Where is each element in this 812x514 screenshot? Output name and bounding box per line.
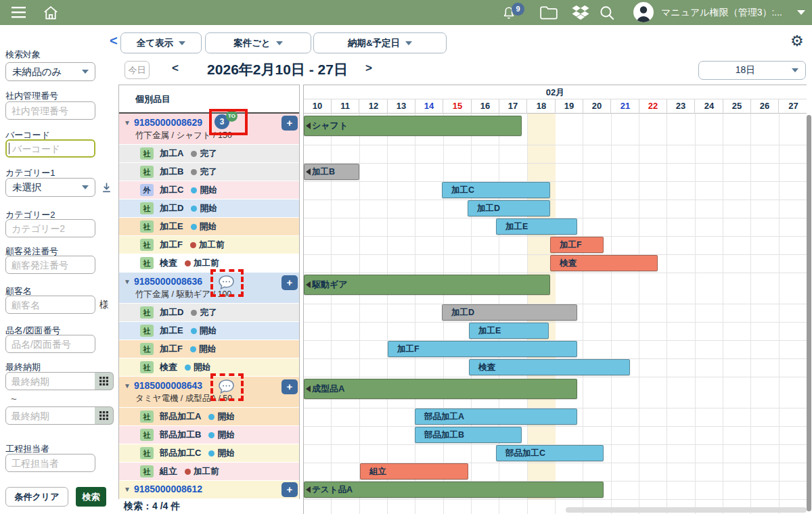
process-row[interactable]: 社 加工F 開始 bbox=[119, 340, 299, 358]
final-due-from-input[interactable] bbox=[5, 372, 95, 390]
process-row[interactable]: 社 加工D 開始 bbox=[119, 200, 299, 218]
process-row[interactable]: 社 組立 加工前 bbox=[119, 463, 299, 481]
settings-gear-icon[interactable]: ⚙ bbox=[790, 32, 804, 50]
process-row[interactable]: 外 加工C 開始 bbox=[119, 181, 299, 200]
day-header[interactable]: 15 bbox=[444, 99, 472, 114]
order-number-link[interactable]: 9185000008636 bbox=[134, 276, 202, 287]
process-row[interactable]: 社 部品加工C 開始 bbox=[119, 444, 299, 463]
order-number-link[interactable]: 9185000008629 bbox=[134, 117, 202, 128]
time-span-dropdown[interactable]: 18日 bbox=[698, 61, 806, 80]
process-row[interactable]: 社 部品加工B 開始 bbox=[119, 426, 299, 444]
day-header[interactable]: 11 bbox=[332, 99, 359, 114]
notification-count-badge[interactable]: 9 bbox=[512, 3, 524, 16]
search-icon[interactable] bbox=[598, 4, 616, 22]
day-header[interactable]: 21 bbox=[612, 99, 639, 114]
day-header[interactable]: 14 bbox=[415, 99, 443, 114]
add-process-button[interactable]: + bbox=[281, 275, 298, 290]
day-header[interactable]: 10 bbox=[304, 99, 332, 114]
process-row[interactable]: 社 加工D 完了 bbox=[119, 304, 299, 322]
customer-order-no-input[interactable] bbox=[5, 256, 95, 274]
home-icon[interactable] bbox=[42, 4, 60, 22]
day-header[interactable]: 19 bbox=[556, 99, 583, 114]
group-header-row[interactable]: ▼ 9185000008612 bbox=[119, 481, 299, 499]
process-row[interactable]: 社 加工E 開始 bbox=[119, 218, 299, 236]
gantt-bar[interactable]: 組立 bbox=[360, 463, 468, 480]
item-name-input[interactable] bbox=[5, 335, 95, 353]
day-header[interactable]: 13 bbox=[388, 99, 415, 114]
process-owner-input[interactable] bbox=[5, 454, 95, 472]
next-period-arrow[interactable]: > bbox=[365, 62, 372, 75]
process-row[interactable]: 社 加工A 完了 bbox=[119, 145, 299, 163]
day-header[interactable]: 24 bbox=[696, 99, 723, 114]
date-mode-dropdown[interactable]: 納期&予定日 bbox=[313, 32, 447, 53]
display-scope-dropdown[interactable]: 全て表示 bbox=[120, 32, 202, 53]
gantt-item-bar[interactable]: 駆動ギア bbox=[304, 275, 550, 295]
group-header-row[interactable]: ▼ 9185000008636 竹下金属 / 駆動ギア / 100 bbox=[119, 273, 299, 304]
export-arrow-icon[interactable] bbox=[101, 182, 112, 193]
gantt-item-bar[interactable]: シャフト bbox=[304, 116, 522, 136]
gantt-bar[interactable]: 検査 bbox=[550, 255, 658, 271]
today-button[interactable]: 今日 bbox=[125, 61, 150, 79]
day-header[interactable]: 27 bbox=[780, 99, 807, 114]
gantt-bar[interactable]: 加工D bbox=[442, 304, 577, 321]
hamburger-menu-icon[interactable] bbox=[11, 5, 27, 19]
collapse-triangle-icon[interactable]: ▼ bbox=[124, 486, 131, 493]
day-header[interactable]: 22 bbox=[639, 99, 667, 114]
order-number-link[interactable]: 9185000008612 bbox=[134, 484, 202, 494]
internal-no-input[interactable] bbox=[5, 101, 95, 120]
grouping-dropdown[interactable]: 案件ごと bbox=[205, 32, 311, 53]
category1-select[interactable]: 未選択 bbox=[5, 178, 95, 197]
process-row[interactable]: 社 加工E 開始 bbox=[119, 322, 299, 340]
folder-icon[interactable] bbox=[539, 5, 558, 20]
process-row[interactable]: 社 加工B 完了 bbox=[119, 163, 299, 181]
process-row[interactable]: 社 検査 開始 bbox=[119, 358, 299, 377]
day-header[interactable]: 17 bbox=[499, 99, 527, 114]
prev-period-arrow[interactable]: < bbox=[172, 62, 179, 75]
calendar-picker-button[interactable] bbox=[95, 372, 114, 390]
user-avatar[interactable] bbox=[633, 2, 654, 22]
gantt-bar[interactable]: 部品加工B bbox=[415, 427, 522, 443]
gantt-bar[interactable]: 加工F bbox=[388, 341, 577, 357]
gantt-bar[interactable]: 部品加工C bbox=[496, 445, 604, 461]
gantt-item-bar[interactable]: 成型品A bbox=[304, 379, 577, 399]
user-role-label[interactable]: マニュアル権限（管理3）:... bbox=[661, 7, 782, 19]
day-header[interactable]: 23 bbox=[667, 99, 695, 114]
gantt-bar[interactable]: 加工E bbox=[496, 218, 577, 235]
gantt-bar[interactable]: 加工C bbox=[442, 182, 550, 198]
day-header[interactable]: 12 bbox=[360, 99, 388, 114]
dropbox-icon[interactable] bbox=[572, 5, 589, 21]
search-button[interactable]: 検索 bbox=[76, 487, 106, 507]
order-number-link[interactable]: 9185000008643 bbox=[134, 380, 202, 391]
collapse-sidebar-chevron[interactable]: < bbox=[110, 33, 118, 49]
search-target-select[interactable]: 未納品のみ bbox=[5, 62, 95, 81]
gantt-bar[interactable]: 加工F bbox=[550, 237, 604, 253]
collapse-triangle-icon[interactable]: ▼ bbox=[124, 119, 131, 126]
process-row[interactable]: 社 検査 加工前 bbox=[119, 254, 299, 273]
gantt-bar[interactable]: 加工D bbox=[468, 200, 550, 216]
final-due-to-input[interactable] bbox=[5, 406, 95, 425]
group-header-row[interactable]: ▼ 9185000008643 タミヤ電機 / 成型品A / 50 bbox=[119, 377, 299, 408]
add-process-button[interactable]: + bbox=[281, 482, 298, 497]
collapse-triangle-icon[interactable]: ▼ bbox=[124, 382, 131, 390]
day-header[interactable]: 26 bbox=[751, 99, 779, 114]
collapse-triangle-icon[interactable]: ▼ bbox=[124, 278, 131, 285]
horizontal-scrollbar[interactable] bbox=[566, 507, 807, 513]
user-menu-caret-icon[interactable] bbox=[797, 10, 805, 15]
process-row[interactable]: 社 加工F 加工前 bbox=[119, 236, 299, 254]
gantt-grid[interactable]: シャフト 加工B 加工C 加工D 加工E 加工F 検査 駆動ギア 加工D 加工E… bbox=[304, 114, 807, 514]
add-process-button[interactable]: + bbox=[281, 379, 298, 394]
gantt-bar[interactable]: 加工E bbox=[469, 323, 549, 339]
day-header[interactable]: 16 bbox=[472, 99, 499, 114]
clear-conditions-button[interactable]: 条件クリア bbox=[5, 487, 68, 507]
gantt-bar[interactable]: 加工B bbox=[304, 164, 359, 180]
category2-input[interactable] bbox=[5, 219, 95, 237]
customer-name-input[interactable] bbox=[5, 296, 95, 314]
gantt-bar[interactable]: 検査 bbox=[469, 359, 630, 375]
day-header[interactable]: 18 bbox=[528, 99, 556, 114]
day-header[interactable]: 25 bbox=[723, 99, 751, 114]
day-header[interactable]: 20 bbox=[583, 99, 611, 114]
vertical-scrollbar[interactable] bbox=[807, 115, 811, 511]
add-process-button[interactable]: + bbox=[281, 116, 298, 131]
barcode-input[interactable] bbox=[5, 139, 95, 158]
calendar-picker-button[interactable] bbox=[95, 406, 114, 425]
